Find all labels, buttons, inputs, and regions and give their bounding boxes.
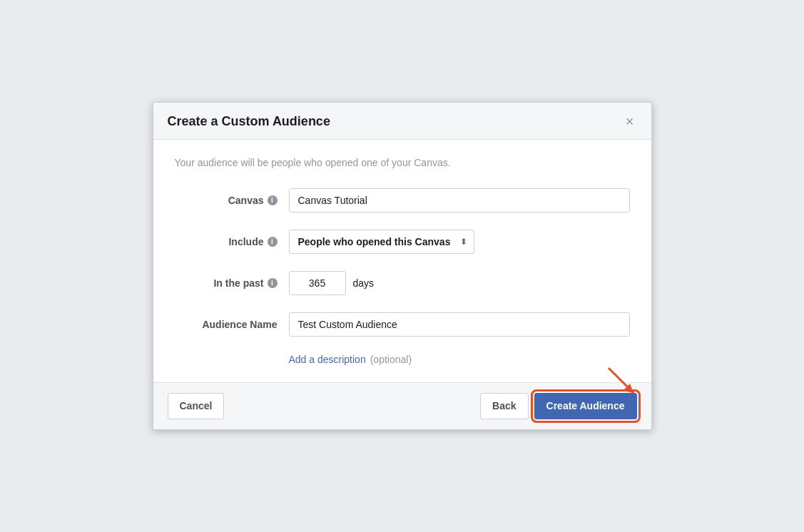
cancel-button[interactable]: Cancel	[168, 393, 225, 420]
footer-right-buttons: Back Create Audience	[480, 393, 636, 420]
modal-dialog: Create a Custom Audience × Your audience…	[153, 102, 652, 431]
modal-header: Create a Custom Audience ×	[153, 103, 651, 140]
include-row: Include i People who opened this Canvas …	[175, 230, 630, 254]
days-row: days	[289, 271, 375, 295]
audience-name-row: Audience Name	[175, 312, 630, 337]
modal-body: Your audience will be people who opened …	[153, 140, 651, 382]
in-the-past-info-icon[interactable]: i	[268, 278, 278, 288]
optional-text: (optional)	[370, 354, 412, 365]
add-description-row: Add a description (optional)	[289, 354, 630, 365]
back-button[interactable]: Back	[480, 393, 528, 420]
add-description-link[interactable]: Add a description	[289, 354, 366, 365]
days-unit-label: days	[353, 277, 375, 289]
include-select-wrapper: People who opened this Canvas People who…	[289, 230, 474, 254]
canvas-row: Canvas i	[175, 188, 630, 213]
modal-subtitle: Your audience will be people who opened …	[175, 157, 630, 168]
canvas-info-icon[interactable]: i	[268, 195, 278, 205]
include-label: Include i	[175, 236, 289, 247]
in-the-past-row: In the past i days	[175, 271, 630, 295]
modal-overlay: Create a Custom Audience × Your audience…	[0, 0, 804, 532]
modal-title: Create a Custom Audience	[168, 114, 330, 129]
close-button[interactable]: ×	[623, 114, 637, 128]
create-audience-wrapper: Create Audience	[534, 393, 637, 420]
audience-name-input[interactable]	[289, 312, 630, 337]
days-input[interactable]	[289, 271, 346, 295]
audience-name-label: Audience Name	[175, 319, 289, 330]
include-select[interactable]: People who opened this Canvas People who…	[289, 230, 474, 254]
in-the-past-label: In the past i	[175, 277, 289, 289]
canvas-label: Canvas i	[175, 195, 289, 206]
create-audience-button[interactable]: Create Audience	[534, 393, 637, 420]
include-info-icon[interactable]: i	[268, 237, 278, 247]
canvas-input[interactable]	[289, 188, 630, 213]
svg-marker-1	[623, 384, 633, 393]
modal-footer: Cancel Back Create Audience	[153, 382, 651, 430]
